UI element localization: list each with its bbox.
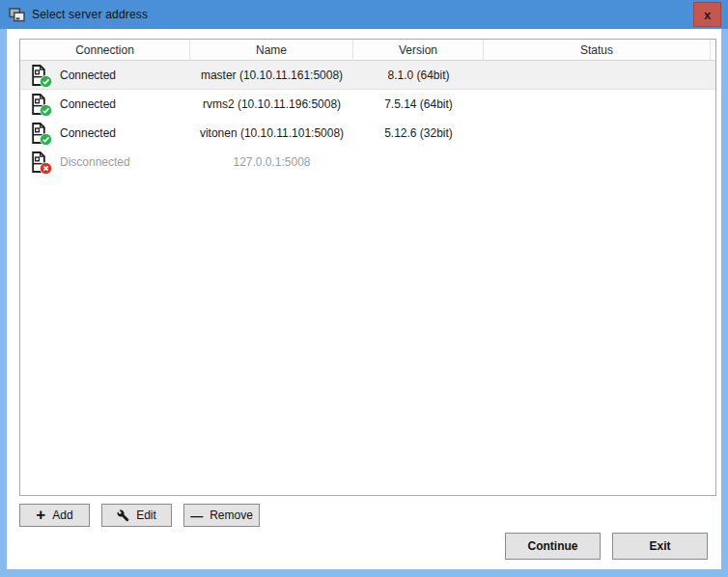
server-row[interactable]: Connected master (10.10.11.161:5008) 8.1… [20, 61, 715, 90]
table-header-row: ConnectionNameVersionStatus [20, 40, 715, 61]
table-body: Connected master (10.10.11.161:5008) 8.1… [20, 61, 715, 177]
server-version: 5.12.6 (32bit) [353, 119, 484, 148]
server-version: 7.5.14 (64bit) [353, 90, 484, 119]
server-icon [29, 93, 49, 116]
column-header-status[interactable]: Status [484, 40, 711, 60]
add-button[interactable]: + Add [19, 504, 90, 527]
continue-button[interactable]: Continue [505, 533, 601, 560]
exit-button[interactable]: Exit [612, 533, 708, 560]
edit-button-label: Edit [136, 508, 156, 522]
server-icon [29, 64, 49, 87]
server-status [484, 148, 711, 177]
server-name: 127.0.0.1:5008 [190, 148, 353, 177]
minus-icon: — [190, 509, 203, 522]
connection-status-label: Connected [60, 126, 116, 140]
server-version: 8.1.0 (64bit) [353, 61, 484, 89]
select-server-dialog: Select server address x ConnectionNameVe… [0, 0, 728, 577]
connected-check-icon [40, 104, 52, 117]
server-name: master (10.10.11.161:5008) [190, 61, 353, 89]
connection-status-label: Disconnected [60, 155, 130, 169]
connection-status-label: Connected [60, 69, 116, 82]
server-status [484, 61, 711, 89]
server-row[interactable]: Disconnected 127.0.0.1:5008 [20, 148, 715, 177]
add-button-label: Add [52, 508, 72, 522]
server-status [484, 90, 711, 119]
server-name: vitonen (10.10.11.101:5008) [190, 119, 353, 148]
close-button[interactable]: x [693, 2, 721, 27]
server-version [353, 148, 484, 177]
connected-check-icon [40, 133, 52, 146]
server-row[interactable]: Connected vitonen (10.10.11.101:5008) 5.… [20, 119, 715, 148]
app-icon [9, 8, 25, 22]
remove-button-label: Remove [210, 508, 253, 522]
column-header-sliver [711, 40, 715, 60]
server-status [484, 119, 711, 148]
column-header-version[interactable]: Version [353, 40, 484, 60]
edit-button[interactable]: Edit [101, 504, 172, 527]
connected-check-icon [40, 75, 52, 88]
remove-button[interactable]: — Remove [183, 504, 260, 527]
server-icon [29, 122, 49, 145]
server-table: ConnectionNameVersionStatus [19, 39, 716, 496]
plus-icon: + [36, 507, 45, 523]
wrench-icon [117, 509, 129, 522]
server-name: rvms2 (10.10.11.196:5008) [190, 90, 353, 119]
titlebar[interactable]: Select server address x [0, 0, 728, 29]
disconnected-x-icon [40, 162, 52, 175]
server-icon [29, 151, 49, 174]
connection-status-label: Connected [60, 97, 116, 111]
window-title: Select server address [32, 8, 148, 21]
column-header-name[interactable]: Name [190, 40, 353, 60]
server-row[interactable]: Connected rvms2 (10.10.11.196:5008) 7.5.… [20, 90, 715, 119]
column-header-connection[interactable]: Connection [20, 40, 190, 60]
